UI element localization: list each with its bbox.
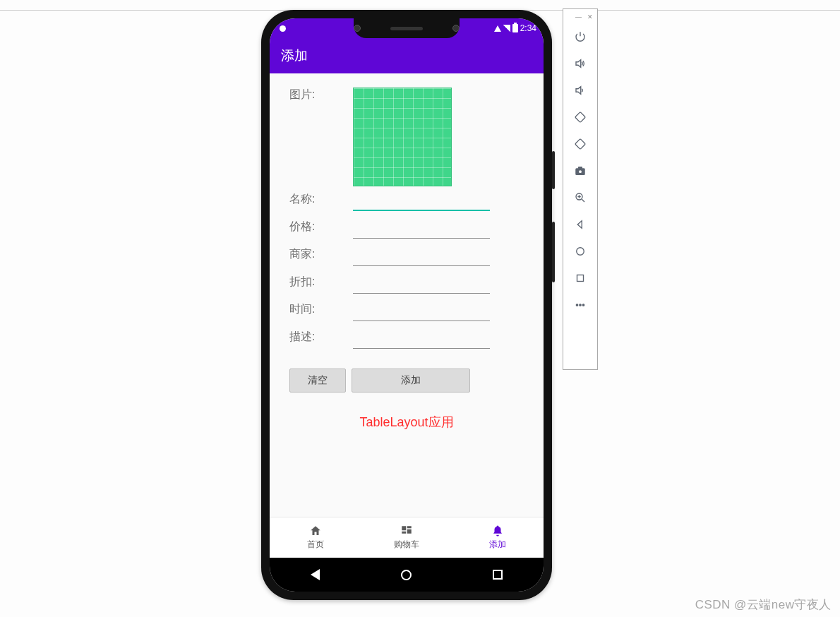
input-merchant[interactable] (353, 248, 490, 266)
volume-down-button[interactable] (572, 77, 589, 104)
svg-point-12 (576, 304, 577, 306)
bottom-nav: 首页 购物车 添加 (270, 517, 544, 558)
close-icon[interactable]: ✕ (587, 13, 593, 20)
phone-frame: 2:34 添加 图片: 名称: 价格: 商家: 折扣 (261, 10, 552, 600)
camera-dot (452, 25, 460, 32)
svg-rect-5 (575, 139, 586, 150)
volume-up-button[interactable] (572, 50, 589, 77)
side-button (552, 151, 555, 189)
input-price[interactable] (353, 220, 490, 239)
svg-rect-0 (402, 526, 406, 530)
input-desc[interactable] (353, 330, 490, 349)
more-button[interactable] (572, 292, 589, 318)
label-discount: 折扣: (289, 275, 353, 294)
home-button[interactable] (401, 570, 412, 580)
label-merchant: 商家: (289, 247, 353, 266)
emu-recent-button[interactable] (572, 265, 589, 292)
recent-apps-button[interactable] (493, 570, 503, 580)
emulator-toolbar: — ✕ (563, 8, 598, 370)
svg-rect-4 (575, 112, 586, 123)
svg-point-10 (577, 248, 584, 256)
svg-rect-8 (578, 167, 582, 169)
rotate-right-button[interactable] (572, 131, 589, 157)
signal-icon (503, 25, 510, 32)
input-name[interactable] (353, 193, 490, 211)
nav-home[interactable]: 首页 (270, 517, 361, 558)
label-desc: 描述: (289, 330, 353, 349)
svg-point-7 (578, 170, 582, 174)
record-indicator-icon (280, 25, 286, 32)
nav-label: 首页 (307, 539, 324, 551)
camera-dot (354, 25, 361, 32)
callout-text: TableLayout应用 (289, 414, 524, 431)
back-button[interactable] (311, 569, 320, 580)
nav-add[interactable]: 添加 (452, 517, 544, 558)
add-button[interactable]: 添加 (352, 369, 470, 393)
app-action-bar: 添加 (270, 38, 544, 73)
label-name: 名称: (289, 192, 353, 211)
cart-icon (400, 525, 414, 537)
image-placeholder[interactable] (353, 88, 452, 186)
svg-point-13 (580, 304, 581, 306)
emu-back-button[interactable] (572, 211, 589, 238)
power-button[interactable] (572, 23, 589, 50)
input-time[interactable] (353, 303, 490, 321)
input-discount[interactable] (353, 275, 490, 294)
svg-rect-11 (577, 275, 584, 282)
nav-label: 添加 (489, 539, 506, 551)
svg-rect-3 (402, 532, 406, 534)
side-button (552, 222, 555, 282)
label-price: 价格: (289, 220, 353, 239)
label-time: 时间: (289, 302, 353, 321)
clear-button[interactable]: 清空 (289, 369, 346, 393)
form-content: 图片: 名称: 价格: 商家: 折扣: 时间: (270, 73, 544, 517)
nav-label: 购物车 (394, 539, 419, 551)
home-icon (308, 525, 323, 537)
watermark-text: CSDN @云端new守夜人 (695, 597, 832, 613)
battery-icon (512, 24, 518, 32)
status-time: 2:34 (520, 23, 536, 33)
bell-icon (491, 525, 505, 537)
nav-cart[interactable]: 购物车 (361, 517, 452, 558)
android-system-nav (270, 558, 544, 592)
speaker-slit (390, 27, 423, 30)
phone-screen: 2:34 添加 图片: 名称: 价格: 商家: 折扣 (270, 18, 544, 592)
svg-point-14 (582, 304, 584, 306)
display-notch (354, 18, 460, 38)
zoom-button[interactable] (572, 184, 589, 211)
emu-home-button[interactable] (572, 238, 589, 265)
svg-rect-1 (407, 526, 412, 528)
action-bar-title: 添加 (281, 47, 308, 65)
rotate-left-button[interactable] (572, 104, 589, 131)
svg-rect-2 (407, 529, 412, 534)
camera-button[interactable] (572, 157, 589, 184)
minimize-icon[interactable]: — (575, 13, 582, 20)
network-icon (494, 25, 501, 32)
label-image: 图片: (289, 88, 353, 107)
